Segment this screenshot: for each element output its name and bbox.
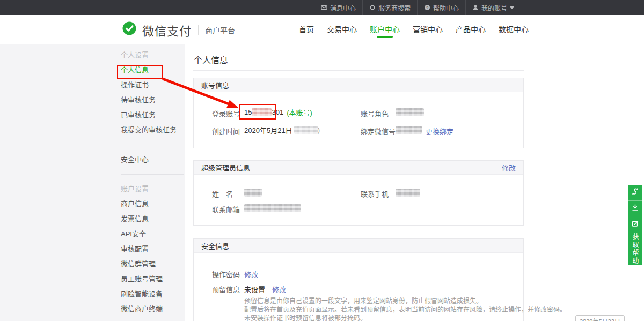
topbar-item-message-center[interactable]: 消息中心	[314, 0, 362, 15]
nav-item-account-center[interactable]: 账户中心	[370, 15, 400, 44]
sidebar-item-merchant-info[interactable]: 商户信息	[121, 197, 184, 212]
security-info-card-title: 安全信息	[201, 241, 229, 251]
super-admin-edit-link[interactable]: 修改	[502, 162, 516, 173]
sidebar-item-api-security[interactable]: API安全	[121, 227, 184, 242]
primary-nav: 首页 交易中心 账户中心 营销中心 产品中心 数据中心	[299, 15, 529, 44]
sidebar-item-staff-account-management[interactable]: 员工账号管理	[121, 272, 184, 287]
sidebar-group-personal-settings: 个人设置	[121, 48, 184, 63]
bound-wechat-label: 绑定微信号	[361, 126, 396, 136]
security-info-card: 安全信息 操作密码 修改 预留信息 未设置 修改 预留信息是由你自己设置的一段文…	[193, 238, 524, 321]
reserved-info-status: 未设置	[244, 284, 265, 294]
sidebar-divider	[121, 174, 184, 175]
reserved-info-label: 预留信息	[212, 284, 240, 294]
topbar-item-service-provider-search[interactable]: 服务商搜索	[362, 0, 417, 15]
contact-phone-label: 联系手机	[361, 189, 389, 199]
mail-icon	[321, 4, 327, 11]
super-admin-card: 超级管理员信息 修改 姓 名 联系手机 联系邮箱	[193, 160, 524, 226]
contact-email-label: 联系邮箱	[212, 204, 240, 214]
link-icon	[631, 188, 639, 198]
reserved-info-description: 预留信息是由你自己设置的一段文字，用来鉴定网站身份，防止假冒网站造成损失。 配置…	[244, 297, 566, 321]
redacted-bound-wechat	[396, 126, 422, 134]
floating-helper: 获取帮助	[628, 185, 642, 265]
logo-text: 微信支付	[142, 21, 192, 39]
nav-item-home[interactable]: 首页	[299, 15, 314, 44]
nav-item-product-center[interactable]: 产品中心	[456, 15, 486, 44]
portal-label: 商户平台	[205, 25, 235, 35]
main-content: 个人信息 账号信息 登录账号 15 301 (本账号) 账号角色 创建时间 20…	[185, 44, 644, 321]
redacted-contact-phone	[396, 189, 420, 197]
download-icon	[631, 204, 639, 214]
logo-divider	[198, 25, 199, 35]
admin-name-label: 姓 名	[212, 189, 233, 199]
topbar-item-label: 消息中心	[330, 3, 356, 12]
rebind-wechat-link[interactable]: 更换绑定	[426, 126, 453, 136]
sidebar-item-review-config[interactable]: 审核配置	[121, 242, 184, 257]
account-role-label: 账号角色	[361, 108, 389, 118]
annotation-box-personal-info	[117, 65, 163, 79]
get-help-button[interactable]: 获取帮助	[628, 233, 642, 265]
operation-password-label: 操作密码	[212, 269, 240, 279]
page-title: 个人信息	[194, 53, 228, 66]
created-time-label: 创建时间	[212, 126, 240, 136]
sidebar: 个人设置 个人信息 操作证书 待审核任务 已审核任务 我提交的审核任务 安全中心…	[0, 44, 185, 321]
wechat-pay-logo: 微信支付 商户平台	[121, 15, 235, 44]
topbar: 消息中心 服务商搜索 ? 帮助中心 我的账号	[0, 0, 644, 15]
help-icon: ?	[424, 4, 430, 11]
floating-link-button[interactable]	[628, 185, 642, 201]
current-account-note: (本账号)	[287, 107, 312, 117]
search-icon	[369, 4, 376, 11]
redacted-account-role	[396, 108, 424, 116]
chevron-down-icon	[510, 6, 514, 9]
topbar-item-label: 服务商搜索	[378, 3, 411, 12]
redacted-created-time	[294, 126, 318, 134]
floating-edit-button[interactable]	[628, 217, 642, 233]
wechat-pay-logo-icon	[121, 20, 138, 40]
date-badge: 2020年5月22日	[575, 315, 625, 321]
user-icon	[472, 4, 479, 11]
operation-password-edit-link[interactable]: 修改	[244, 269, 258, 279]
nav-item-transaction-center[interactable]: 交易中心	[327, 15, 357, 44]
topbar-item-label: 帮助中心	[433, 3, 459, 12]
nav-item-data-center[interactable]: 数据中心	[499, 15, 529, 44]
sidebar-item-security-center[interactable]: 安全中心	[121, 152, 184, 167]
sidebar-group-account-settings: 账户设置	[121, 182, 184, 197]
svg-text:?: ?	[426, 5, 428, 10]
nav-item-marketing-center[interactable]: 营销中心	[413, 15, 443, 44]
title-divider	[193, 70, 524, 71]
header: 微信支付 商户平台 首页 交易中心 账户中心 营销中心 产品中心 数据中心	[0, 15, 644, 44]
topbar-item-my-account[interactable]: 我的账号	[465, 0, 521, 15]
sidebar-item-face-payment-devices[interactable]: 刷脸智能设备	[121, 287, 184, 302]
redacted-admin-name	[244, 189, 262, 197]
topbar-item-label: 我的账号	[481, 3, 507, 12]
sidebar-item-wechat-group-management[interactable]: 微信群管理	[121, 257, 184, 272]
super-admin-card-title: 超级管理员信息	[201, 162, 250, 173]
annotation-arrow	[160, 75, 246, 118]
topbar-item-help-center[interactable]: ? 帮助中心	[417, 0, 465, 15]
reserved-info-edit-link[interactable]: 修改	[272, 284, 286, 294]
sidebar-item-wechat-merchant-terminal[interactable]: 微信商户终端	[121, 302, 184, 317]
edit-icon	[631, 220, 639, 230]
sidebar-item-my-submitted-review-tasks[interactable]: 我提交的审核任务	[121, 123, 184, 138]
redacted-contact-email	[244, 204, 301, 212]
created-time-value: 2020年5月21日 )	[244, 125, 320, 135]
sidebar-item-invoice-info[interactable]: 发票信息	[121, 212, 184, 227]
sidebar-divider	[121, 145, 184, 145]
floating-download-button[interactable]	[628, 201, 642, 217]
